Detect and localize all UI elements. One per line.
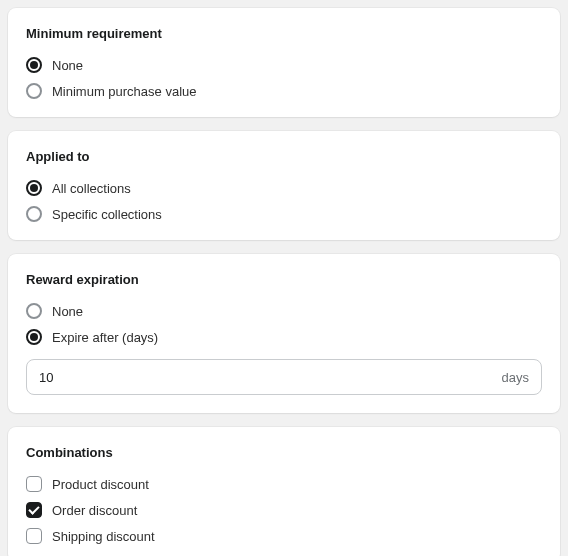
radio-option-all-collections[interactable]: All collections [26, 180, 542, 196]
checkbox-label: Product discount [52, 477, 149, 492]
checkbox-icon [26, 528, 42, 544]
radio-option-expire-after[interactable]: Expire after (days) [26, 329, 542, 345]
radio-icon [26, 57, 42, 73]
card-applied-to: Applied to All collections Specific coll… [8, 131, 560, 240]
expire-days-suffix: days [502, 370, 529, 385]
expire-days-input-wrap[interactable]: days [26, 359, 542, 395]
radio-label: None [52, 58, 83, 73]
applied-to-title: Applied to [26, 149, 542, 164]
radio-option-expire-none[interactable]: None [26, 303, 542, 319]
checkbox-icon [26, 476, 42, 492]
radio-icon [26, 206, 42, 222]
radio-icon [26, 180, 42, 196]
expire-days-input[interactable] [39, 360, 494, 394]
checkbox-label: Shipping discount [52, 529, 155, 544]
checkbox-option-order-discount[interactable]: Order discount [26, 502, 542, 518]
radio-option-none[interactable]: None [26, 57, 542, 73]
reward-expiration-title: Reward expiration [26, 272, 542, 287]
radio-label: Specific collections [52, 207, 162, 222]
card-minimum-requirement: Minimum requirement None Minimum purchas… [8, 8, 560, 117]
card-reward-expiration: Reward expiration None Expire after (day… [8, 254, 560, 413]
radio-label: Minimum purchase value [52, 84, 197, 99]
radio-label: Expire after (days) [52, 330, 158, 345]
checkbox-option-product-discount[interactable]: Product discount [26, 476, 542, 492]
minimum-requirement-title: Minimum requirement [26, 26, 542, 41]
combinations-title: Combinations [26, 445, 542, 460]
radio-label: All collections [52, 181, 131, 196]
radio-icon [26, 329, 42, 345]
checkbox-label: Order discount [52, 503, 137, 518]
checkbox-option-shipping-discount[interactable]: Shipping discount [26, 528, 542, 544]
checkbox-icon [26, 502, 42, 518]
radio-icon [26, 83, 42, 99]
card-combinations: Combinations Product discount Order disc… [8, 427, 560, 556]
radio-icon [26, 303, 42, 319]
radio-option-specific-collections[interactable]: Specific collections [26, 206, 542, 222]
radio-option-min-purchase[interactable]: Minimum purchase value [26, 83, 542, 99]
radio-label: None [52, 304, 83, 319]
